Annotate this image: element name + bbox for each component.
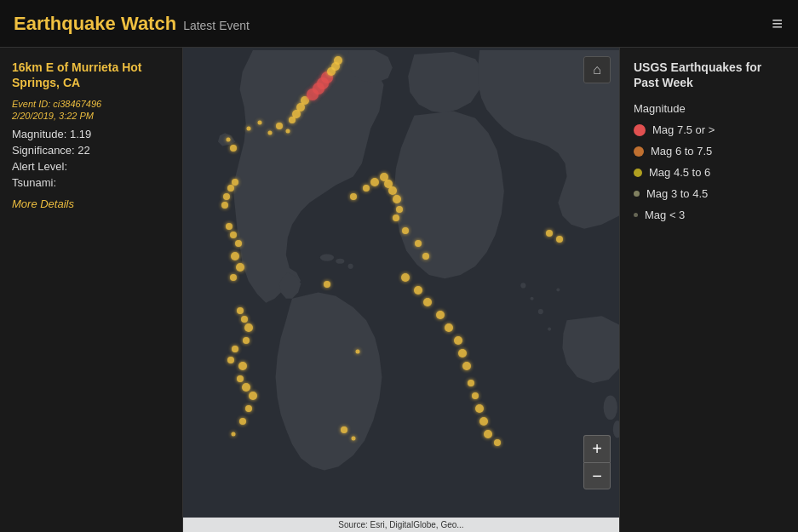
legend-dot <box>634 191 640 197</box>
magnitude-detail: Magnitude: 1.19 <box>12 128 170 140</box>
legend-label: Mag 3 to 4.5 <box>646 187 708 200</box>
legend-label: Mag 4.5 to 6 <box>649 166 710 179</box>
tsunami-label: Tsunami: <box>12 176 56 189</box>
map-svg <box>183 48 619 532</box>
event-id: Event ID: ci38467496 <box>12 99 170 109</box>
significance-detail: Significance: 22 <box>12 144 170 157</box>
alert-level: Alert Level: <box>12 160 170 173</box>
legend-item: Mag 6 to 7.5 <box>634 145 784 157</box>
legend-label: Mag 6 to 7.5 <box>651 145 712 157</box>
more-details-link[interactable]: More Details <box>12 197 74 210</box>
legend-label: Mag 7.5 or > <box>652 123 715 136</box>
app-header: Earthquake Watch Latest Event ≡ <box>0 0 798 48</box>
home-icon: ⌂ <box>593 62 601 77</box>
tsunami: Tsunami: <box>12 176 170 189</box>
svg-point-3 <box>520 283 525 288</box>
legend-item: Mag < 3 <box>634 209 784 221</box>
zoom-controls: + − <box>583 435 611 489</box>
legend-item: Mag 4.5 to 6 <box>634 166 784 179</box>
main-layout: 16km E of Murrieta Hot Springs, CA Event… <box>0 48 798 532</box>
svg-point-8 <box>320 255 334 261</box>
event-date: 2/20/2019, 3:22 PM <box>12 111 170 121</box>
left-panel: 16km E of Murrieta Hot Springs, CA Event… <box>0 48 183 532</box>
menu-icon[interactable]: ≡ <box>772 13 784 35</box>
svg-point-9 <box>336 259 344 264</box>
header-title-group: Earthquake Watch Latest Event <box>14 13 250 35</box>
zoom-out-button[interactable]: − <box>583 462 611 489</box>
svg-point-10 <box>348 264 353 269</box>
right-panel-title: USGS Earthquakes for Past Week <box>634 60 784 90</box>
svg-point-4 <box>531 297 534 300</box>
legend-label: Mag < 3 <box>645 209 685 221</box>
svg-point-7 <box>556 288 560 291</box>
home-button[interactable]: ⌂ <box>583 56 611 83</box>
svg-point-5 <box>538 309 543 314</box>
magnitude-detail-label: Magnitude: <box>12 128 66 140</box>
header-subtitle: Latest Event <box>183 19 250 32</box>
right-panel: USGS Earthquakes for Past Week Magnitude… <box>619 48 798 532</box>
significance-detail-label: Significance: <box>12 144 75 157</box>
event-title: 16km E of Murrieta Hot Springs, CA <box>12 60 170 90</box>
significance-detail-value: 22 <box>78 144 89 157</box>
legend-item: Mag 3 to 4.5 <box>634 187 784 200</box>
svg-point-6 <box>548 328 551 331</box>
svg-point-1 <box>604 395 617 420</box>
app-title: Earthquake Watch <box>14 13 176 35</box>
map-attribution: Source: Esri, DigitalGlobe, Geo... <box>183 518 619 532</box>
map-container[interactable]: ⌂ + − Source: Esri, DigitalGlobe, Geo... <box>183 48 619 532</box>
magnitude-detail-value: 1.19 <box>70 128 91 140</box>
magnitude-header: Magnitude <box>634 102 784 115</box>
legend-dot <box>634 124 646 136</box>
legend-dot <box>634 169 642 177</box>
legend-item: Mag 7.5 or > <box>634 123 784 136</box>
legend-dot <box>634 146 644 157</box>
zoom-in-button[interactable]: + <box>583 435 611 462</box>
legend: Mag 7.5 or >Mag 6 to 7.5Mag 4.5 to 6Mag … <box>634 123 784 221</box>
legend-dot <box>634 213 638 217</box>
alert-level-label: Alert Level: <box>12 160 67 173</box>
